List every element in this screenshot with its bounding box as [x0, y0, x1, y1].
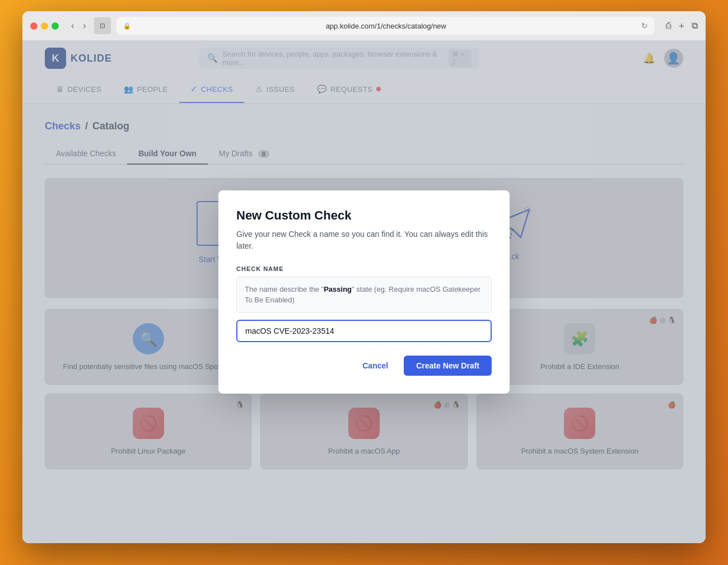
cancel-button[interactable]: Cancel — [353, 357, 397, 375]
share-button[interactable]: ⎙ — [666, 21, 671, 31]
app-content: K KOLIDE 🔍 Search for devices, people, a… — [22, 40, 706, 543]
browser-window: ‹ › ⊡ 🔒 app.kolide.com/1/checks/catalog/… — [22, 11, 706, 543]
modal-description: Give your new Check a name so you can fi… — [236, 228, 492, 252]
minimize-dot[interactable] — [41, 22, 48, 30]
new-tab-button[interactable]: ＋ — [677, 20, 686, 32]
field-label: CHECK NAME — [236, 265, 492, 272]
address-bar[interactable]: 🔒 app.kolide.com/1/checks/catalog/new ↻ — [116, 17, 655, 35]
lock-icon: 🔒 — [123, 22, 131, 30]
hint-bold: Passing — [324, 285, 352, 293]
browser-titlebar: ‹ › ⊡ 🔒 app.kolide.com/1/checks/catalog/… — [22, 11, 706, 40]
create-new-draft-button[interactable]: Create New Draft — [404, 356, 492, 376]
modal-actions: Cancel Create New Draft — [236, 356, 492, 376]
modal-dialog: New Custom Check Give your new Check a n… — [218, 190, 510, 394]
browser-nav: ‹ › — [69, 18, 88, 33]
hint-box: The name describe the "Passing" state (e… — [236, 277, 492, 313]
check-name-input[interactable] — [236, 320, 492, 342]
modal-title: New Custom Check — [236, 208, 492, 223]
url-text: app.kolide.com/1/checks/catalog/new — [134, 22, 638, 30]
forward-button[interactable]: › — [81, 18, 88, 33]
refresh-icon[interactable]: ↻ — [641, 21, 648, 30]
browser-actions: ⎙ ＋ ⧉ — [666, 20, 698, 32]
hint-prefix: The name describe the " — [245, 285, 324, 293]
split-view-button[interactable]: ⧉ — [692, 21, 698, 31]
maximize-dot[interactable] — [52, 22, 59, 30]
tab-icon: ⊡ — [94, 17, 111, 34]
close-dot[interactable] — [30, 22, 38, 30]
modal-overlay: New Custom Check Give your new Check a n… — [22, 40, 706, 543]
browser-dots — [30, 22, 59, 30]
back-button[interactable]: ‹ — [69, 18, 76, 33]
